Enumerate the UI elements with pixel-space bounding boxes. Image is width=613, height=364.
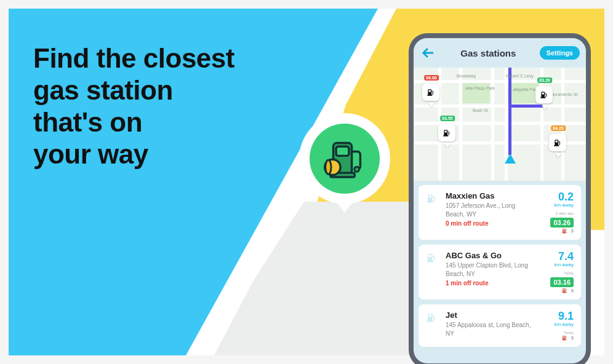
station-side: 7.4km awayToday03.16⛽ $: [539, 251, 574, 293]
phone-mockup: Gas stations Settings BroadwayRobe: [409, 33, 591, 364]
price-badge: 03.16: [550, 277, 574, 287]
svg-rect-13: [445, 131, 447, 133]
price-age: Today: [539, 271, 574, 275]
map-street: [561, 68, 564, 181]
pin-tail: [555, 153, 561, 157]
station-list: Maxxien Gas1057 Jeferson Ave., Long Beac…: [414, 181, 586, 363]
settings-button[interactable]: Settings: [540, 46, 580, 60]
price-age: Today: [539, 331, 574, 334]
map-street: [540, 68, 543, 181]
station-address: 145 Appaloosa st, Long Beach, NY: [446, 321, 533, 338]
current-location-icon: [505, 154, 516, 164]
map-station-pin[interactable]: 03.26: [535, 86, 554, 109]
pin-head: [438, 124, 455, 141]
station-card[interactable]: Maxxien Gas1057 Jeferson Ave., Long Beac…: [419, 185, 581, 240]
svg-point-5: [326, 160, 331, 174]
gas-pump-icon: [426, 251, 439, 293]
pump-mini-icon: ⛽ $: [539, 229, 574, 234]
svg-rect-26: [427, 320, 434, 322]
map-park: [460, 81, 490, 103]
pin-head: [422, 84, 439, 101]
pump-mini-icon: ⛽ $: [539, 288, 574, 293]
distance-value: 9.1: [539, 311, 574, 322]
phone-screen: Gas stations Settings BroadwayRobe: [414, 38, 586, 363]
distance-unit: km away: [539, 322, 574, 327]
price-badge: 03.26: [550, 218, 574, 228]
map-street: [505, 68, 508, 181]
svg-rect-1: [336, 146, 349, 156]
price-age: 2 days ago: [539, 212, 574, 215]
svg-rect-10: [542, 93, 545, 95]
back-button[interactable]: [420, 44, 437, 61]
app-header: Gas stations Settings: [414, 38, 586, 68]
distance-unit: km away: [539, 262, 574, 267]
svg-rect-14: [443, 135, 448, 136]
map-label: Alta Plaza Park: [465, 86, 495, 90]
map-label: Broadway: [457, 74, 476, 78]
map-view[interactable]: BroadwayRobert C LevyAlta Plaza ParkLafa…: [414, 68, 586, 181]
pin-price: 04.29: [551, 125, 566, 131]
map-street: [491, 68, 494, 181]
map-route: [508, 68, 511, 155]
pin-price: 06.00: [424, 75, 439, 81]
headline-text: Find the closest gas station that's on y…: [33, 42, 234, 170]
pin-head: [535, 86, 553, 103]
svg-rect-25: [429, 315, 432, 317]
pin-tail: [428, 103, 435, 107]
gas-pin-icon: [299, 113, 390, 226]
svg-rect-22: [429, 255, 432, 258]
station-name: ABC Gas & Go: [446, 251, 533, 260]
station-info: ABC Gas & Go145 Upper Clapton Blvd, Long…: [446, 251, 533, 293]
distance-value: 7.4: [539, 251, 574, 262]
svg-rect-11: [540, 97, 545, 98]
map-label: Lafayette Park: [511, 87, 539, 92]
map-label: Robert C Levy: [506, 74, 534, 78]
station-card[interactable]: Jet145 Appaloosa st, Long Beach, NY9.1km…: [419, 304, 581, 347]
map-station-pin[interactable]: 06.00: [422, 84, 441, 107]
page-title: Gas stations: [437, 48, 540, 58]
svg-rect-20: [427, 201, 434, 202]
map-station-pin[interactable]: 03.55: [438, 124, 457, 148]
svg-rect-17: [554, 145, 559, 146]
station-info: Maxxien Gas1057 Jeferson Ave., Long Beac…: [446, 191, 533, 234]
gas-pump-icon: [426, 191, 439, 234]
distance-unit: km away: [539, 202, 574, 208]
station-name: Maxxien Gas: [446, 191, 533, 200]
pump-mini-icon: ⛽ $: [539, 336, 574, 341]
station-card[interactable]: ABC Gas & Go145 Upper Clapton Blvd, Long…: [419, 245, 581, 299]
station-name: Jet: [446, 311, 533, 320]
station-address: 145 Upper Clapton Blvd, Long Beach, NY: [446, 261, 533, 278]
pin-price: 03.26: [537, 77, 552, 83]
svg-rect-23: [427, 261, 434, 262]
station-address: 1057 Jeferson Ave., Long Beach, WY: [446, 202, 533, 218]
arrow-left-icon: [420, 44, 437, 61]
map-label: Bush St: [473, 108, 488, 113]
off-route: 0 min off route: [446, 220, 533, 227]
pin-head: [549, 134, 566, 151]
svg-rect-7: [429, 90, 431, 92]
promo-frame: Find the closest gas station that's on y…: [9, 9, 604, 355]
map-station-pin[interactable]: 04.29: [549, 134, 567, 157]
station-side: 9.1km awayToday⛽ $: [539, 311, 574, 341]
svg-rect-16: [556, 141, 558, 143]
pin-price: 03.55: [440, 116, 455, 121]
pin-tail: [444, 143, 451, 148]
gas-pump-icon: [322, 136, 367, 181]
off-route: 1 min off route: [446, 280, 533, 287]
distance-value: 0.2: [539, 191, 574, 202]
svg-rect-19: [429, 196, 432, 198]
gas-pump-icon: [426, 311, 439, 341]
station-side: 0.2km away2 days ago03.26⛽ $: [539, 191, 574, 234]
map-street: [459, 68, 462, 181]
svg-rect-8: [427, 95, 432, 96]
pin-tail: [542, 105, 548, 109]
svg-point-3: [355, 167, 359, 172]
station-info: Jet145 Appaloosa st, Long Beach, NY: [446, 311, 533, 341]
